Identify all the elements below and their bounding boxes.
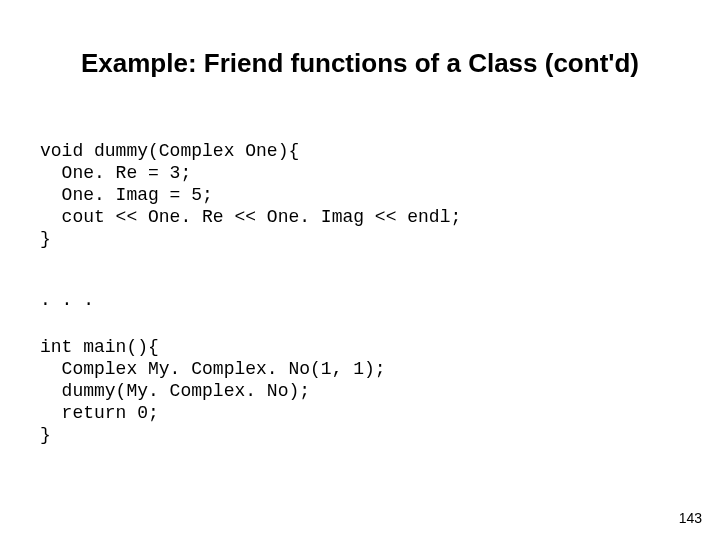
code-block-dummy: void dummy(Complex One){ One. Re = 3; On… xyxy=(40,140,461,250)
code-ellipsis: . . . xyxy=(40,290,94,310)
slide: Example: Friend functions of a Class (co… xyxy=(0,0,720,540)
code-block-main: int main(){ Complex My. Complex. No(1, 1… xyxy=(40,336,386,446)
slide-title: Example: Friend functions of a Class (co… xyxy=(0,48,720,79)
page-number: 143 xyxy=(679,510,702,526)
